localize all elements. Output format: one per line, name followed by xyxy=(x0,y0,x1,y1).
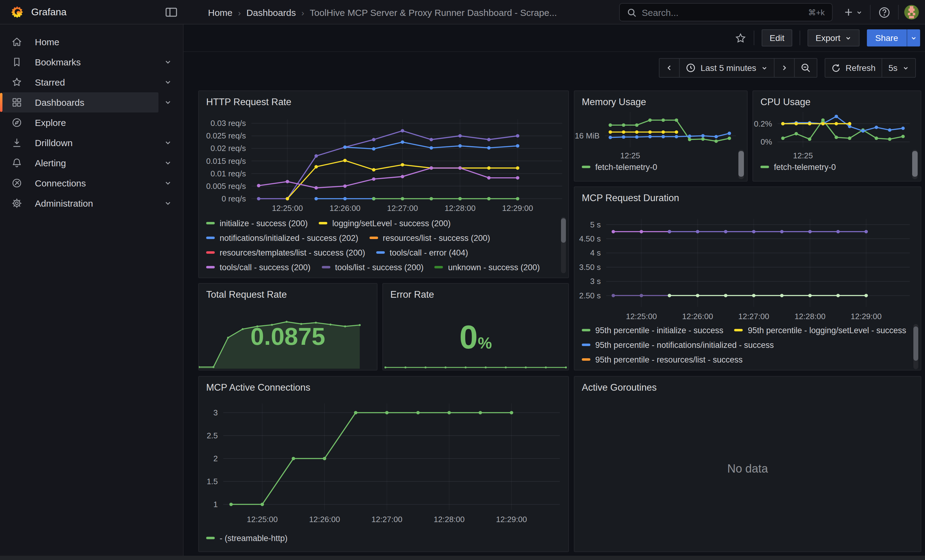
svg-text:12:28:00: 12:28:00 xyxy=(444,204,475,213)
share-button[interactable]: Share xyxy=(866,29,907,47)
series-color xyxy=(206,237,215,239)
breadcrumb-item[interactable]: Home xyxy=(208,7,232,17)
panel-error-rate: Error Rate 0% xyxy=(383,283,569,371)
sidebar-link-connections[interactable]: Connections xyxy=(3,173,158,193)
sidebar-item-label: Bookmarks xyxy=(35,57,81,67)
panel-mcp-request-duration: MCP Request Duration 5 s4.50 s4 s3.50 s3… xyxy=(574,186,921,371)
sidebar-item-label: Explore xyxy=(35,117,66,128)
legend-item[interactable]: tools/call - success (200) xyxy=(206,263,310,272)
expand-chevron-icon[interactable] xyxy=(158,98,177,107)
series-color xyxy=(582,358,591,361)
share-dropdown-button[interactable] xyxy=(907,29,920,47)
sidebar-link-explore[interactable]: Explore xyxy=(3,113,177,133)
divider xyxy=(754,30,754,45)
sidebar-link-home[interactable]: Home xyxy=(3,32,177,52)
refresh-button[interactable]: Refresh xyxy=(825,58,882,78)
series-color xyxy=(321,266,330,269)
brand[interactable]: Grafana xyxy=(11,0,67,24)
legend-item[interactable]: tools/call - error (404) xyxy=(376,248,468,257)
home-icon xyxy=(11,36,23,48)
legend-item[interactable]: 95th percentile - logging/setLevel - suc… xyxy=(734,326,906,335)
panel-total-request-rate: Total Request Rate 0.0875 xyxy=(198,283,377,371)
sidebar-item-drilldown: Drilldown xyxy=(0,133,177,153)
edit-button[interactable]: Edit xyxy=(762,29,792,47)
favorite-star-button[interactable] xyxy=(735,32,746,44)
svg-text:12:28:00: 12:28:00 xyxy=(794,312,825,321)
svg-text:0.005 req/s: 0.005 req/s xyxy=(206,182,246,191)
legend-item[interactable]: 95th percentile - notifications/initiali… xyxy=(582,340,774,349)
legend-scrollbar[interactable] xyxy=(912,150,917,179)
sidebar-link-dashboards[interactable]: Dashboards xyxy=(3,92,158,113)
sidebar-item-label: Home xyxy=(35,37,59,47)
legend-item[interactable]: resources/templates/list - success (200) xyxy=(206,248,365,257)
svg-text:0.025 req/s: 0.025 req/s xyxy=(206,131,246,140)
svg-text:0.02 req/s: 0.02 req/s xyxy=(211,144,246,153)
legend-item[interactable]: notifications/initialized - success (202… xyxy=(206,233,358,242)
question-icon xyxy=(878,6,891,19)
refresh-interval-dropdown[interactable]: 5s xyxy=(881,58,916,78)
legend-item[interactable]: tools/list - success (200) xyxy=(321,263,424,272)
panel-memory-usage: Memory Usage 16 MiB12:25 fetch-telemetry… xyxy=(574,90,747,182)
help-button[interactable] xyxy=(876,3,893,22)
svg-text:12:25:00: 12:25:00 xyxy=(626,312,657,321)
chevron-down-icon xyxy=(845,35,851,41)
expand-chevron-icon[interactable] xyxy=(158,179,177,187)
series-color xyxy=(206,222,215,224)
add-button[interactable] xyxy=(842,3,865,22)
legend-item[interactable]: logging/setLevel - success (200) xyxy=(319,219,450,228)
avatar[interactable] xyxy=(904,5,919,20)
svg-text:4 s: 4 s xyxy=(590,248,601,257)
chevron-down-icon xyxy=(910,35,917,41)
divider xyxy=(898,5,899,20)
brand-name: Grafana xyxy=(31,7,67,18)
legend-scrollbar[interactable] xyxy=(913,324,918,369)
svg-text:12:25:00: 12:25:00 xyxy=(272,204,303,213)
legend-scrollbar[interactable] xyxy=(561,217,566,273)
breadcrumb-separator: › xyxy=(301,7,304,17)
export-button[interactable]: Export xyxy=(807,29,859,47)
time-range-picker[interactable]: Last 5 minutes xyxy=(679,58,774,78)
time-forward-button[interactable] xyxy=(774,58,795,78)
legend-item[interactable]: fetch-telemetry-0 xyxy=(582,162,657,171)
sidebar-link-bookmarks[interactable]: Bookmarks xyxy=(3,52,158,72)
sidebar-item-label: Drilldown xyxy=(35,138,72,148)
series-color xyxy=(206,251,215,254)
sidebar-toggle-button[interactable] xyxy=(164,5,181,20)
zoom-out-icon xyxy=(801,63,811,73)
legend-item[interactable]: fetch-telemetry-0 xyxy=(761,162,836,171)
expand-chevron-icon[interactable] xyxy=(158,78,177,86)
sidebar-link-drilldown[interactable]: Drilldown xyxy=(3,133,158,153)
legend-item[interactable]: 95th percentile - resources/templates/li… xyxy=(582,369,780,370)
sidebar-item-administration: Administration xyxy=(0,193,177,213)
series-color xyxy=(582,344,591,346)
legend-item[interactable]: unknown - success (200) xyxy=(435,263,540,272)
panel-title[interactable]: Active Goroutines xyxy=(574,377,921,393)
sidebar-link-starred[interactable]: Starred xyxy=(3,72,158,92)
legend-scrollbar[interactable] xyxy=(738,150,744,179)
top-nav: Grafana Home›Dashboards›ToolHive MCP Ser… xyxy=(0,0,925,24)
sidebar-link-alerting[interactable]: Alerting xyxy=(3,153,158,173)
search-icon xyxy=(627,8,636,17)
time-back-button[interactable] xyxy=(659,58,680,78)
legend-item[interactable]: 95th percentile - resources/list - succe… xyxy=(582,355,743,364)
legend-item[interactable]: 95th percentile - initialize - success xyxy=(582,326,723,335)
series-color xyxy=(206,537,215,539)
legend-item[interactable]: initialize - success (200) xyxy=(206,219,308,228)
expand-chevron-icon[interactable] xyxy=(158,159,177,167)
chart-legend: 95th percentile - initialize - success95… xyxy=(574,323,912,370)
expand-chevron-icon[interactable] xyxy=(158,139,177,147)
search-input[interactable]: Search... ⌘+k xyxy=(619,3,833,21)
breadcrumb-item[interactable]: Dashboards xyxy=(246,7,296,17)
legend-item[interactable]: - (streamable-http) xyxy=(206,533,288,543)
sidebar-link-administration[interactable]: Administration xyxy=(3,193,158,213)
expand-chevron-icon[interactable] xyxy=(158,199,177,207)
expand-chevron-icon[interactable] xyxy=(158,58,177,66)
legend-item[interactable]: resources/list - success (200) xyxy=(369,233,490,242)
no-data-message: No data xyxy=(574,462,921,476)
panel-mcp-active-connections: MCP Active Connections 11.522.5312:25:00… xyxy=(198,376,569,552)
breadcrumb-item[interactable]: ToolHive MCP Server & Proxy Runner Dashb… xyxy=(310,7,557,17)
svg-text:12:29:00: 12:29:00 xyxy=(502,204,533,213)
zoom-out-button[interactable] xyxy=(794,58,817,78)
apps-icon xyxy=(11,97,23,108)
svg-text:3.50 s: 3.50 s xyxy=(579,263,601,272)
